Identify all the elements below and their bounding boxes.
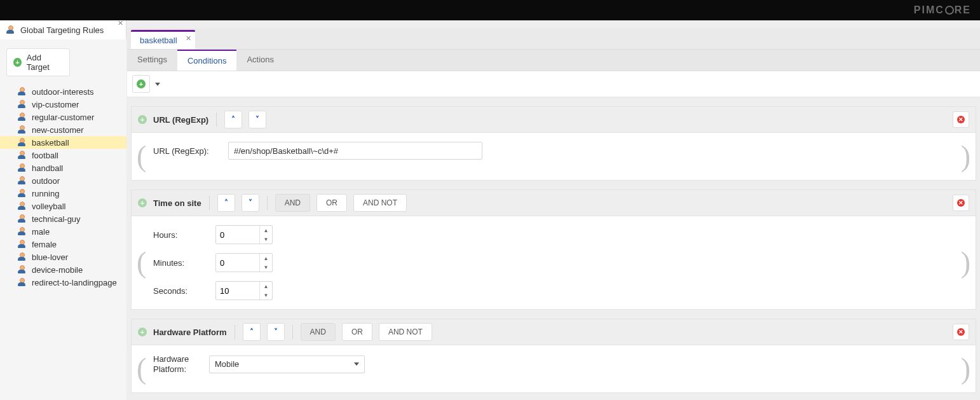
operator-or[interactable]: OR (342, 323, 372, 341)
chevron-up-icon: ˄ (250, 328, 254, 336)
sidebar: Global Targeting Rules ✕ + Add Target ou… (0, 20, 127, 400)
sidebar-item[interactable]: new-customer (0, 123, 126, 136)
move-up-button[interactable]: ˄ (217, 194, 235, 212)
sidebar-item[interactable]: outdoor-interests (0, 85, 126, 98)
operator-and-not[interactable]: AND NOT (379, 323, 432, 341)
editor-tab[interactable]: basketball ✕ (131, 30, 195, 49)
close-icon: ✕ (957, 199, 965, 207)
open-paren: ( (137, 354, 148, 383)
sidebar-tab[interactable]: Global Targeting Rules ✕ (0, 20, 126, 39)
sidebar-item[interactable]: regular-customer (0, 111, 126, 123)
sidebar-item[interactable]: redirect-to-landingpage (0, 276, 126, 289)
sidebar-item-label: redirect-to-landingpage (32, 278, 117, 287)
move-up-button[interactable]: ˄ (224, 111, 242, 128)
delete-condition-button[interactable]: ✕ (953, 111, 969, 128)
step-up[interactable]: ▲ (260, 254, 272, 263)
sidebar-item-label: outdoor (32, 176, 60, 186)
sidebar-item[interactable]: female (0, 238, 126, 251)
step-down[interactable]: ▼ (260, 235, 272, 244)
user-icon (18, 240, 27, 249)
sidebar-item[interactable]: football (0, 149, 126, 162)
operator-and[interactable]: AND (275, 194, 310, 212)
move-down-button[interactable]: ˅ (267, 323, 285, 341)
sidebar-item[interactable]: blue-lover (0, 251, 126, 263)
hardware-platform-select[interactable]: Mobile (209, 355, 365, 373)
field-label: Minutes: (153, 258, 204, 268)
delete-condition-button[interactable]: ✕ (953, 324, 969, 340)
sidebar-item[interactable]: handball (0, 162, 126, 174)
operator-and-not[interactable]: AND NOT (353, 194, 407, 212)
user-icon (18, 87, 27, 96)
editor-tab-label: basketball (140, 36, 177, 45)
sidebar-item-label: blue-lover (32, 252, 68, 262)
condition-header: +Time on site˄˅ANDORAND NOT✕ (131, 190, 976, 216)
add-condition-menu[interactable] (153, 75, 163, 93)
field-label: Seconds: (153, 286, 204, 296)
rule-list: outdoor-interestsvip-customerregular-cus… (0, 85, 126, 289)
conditions-toolbar: + (127, 71, 980, 97)
url-regexp-input[interactable] (228, 142, 482, 160)
plus-icon[interactable]: + (138, 198, 147, 207)
operator-or[interactable]: OR (316, 194, 347, 212)
step-down[interactable]: ▼ (260, 263, 272, 272)
chevron-down-icon: ˅ (248, 198, 252, 207)
sidebar-item[interactable]: basketball (0, 136, 126, 149)
condition-hardware_platform: +Hardware Platform˄˅ANDORAND NOT✕(Hardwa… (131, 319, 976, 393)
sidebar-item[interactable]: male (0, 225, 126, 238)
operator-and[interactable]: AND (301, 323, 336, 341)
user-icon (18, 151, 27, 160)
condition-title: URL (RegExp) (153, 115, 208, 125)
close-icon[interactable]: ✕ (118, 19, 123, 27)
number-input[interactable] (216, 282, 259, 300)
sidebar-title: Global Targeting Rules (20, 25, 104, 35)
tab-conditions[interactable]: Conditions (177, 50, 236, 71)
step-up[interactable]: ▲ (260, 226, 272, 235)
number-input[interactable] (216, 254, 259, 272)
tab-settings[interactable]: Settings (127, 50, 177, 71)
sidebar-item[interactable]: running (0, 187, 126, 200)
sidebar-item[interactable]: vip-customer (0, 98, 126, 111)
move-up-button[interactable]: ˄ (243, 323, 261, 341)
move-down-button[interactable]: ˅ (242, 194, 259, 212)
user-icon (18, 100, 27, 109)
close-icon: ✕ (957, 328, 965, 336)
condition-header: +Hardware Platform˄˅ANDORAND NOT✕ (131, 319, 976, 345)
number-spinner[interactable]: ▲▼ (215, 225, 273, 244)
step-down[interactable]: ▼ (260, 291, 272, 300)
plus-icon[interactable]: + (138, 115, 147, 124)
move-down-button[interactable]: ˅ (248, 111, 266, 128)
close-paren: ) (959, 354, 970, 383)
sidebar-item-label: regular-customer (32, 113, 94, 122)
sidebar-item[interactable]: technical-guy (0, 212, 126, 225)
user-icon (18, 252, 27, 261)
add-condition-button[interactable]: + (132, 75, 150, 93)
sidebar-item-label: football (32, 151, 58, 160)
sidebar-item-label: device-mobile (32, 265, 83, 275)
step-up[interactable]: ▲ (260, 282, 272, 291)
add-target-label: Add Target (27, 53, 63, 72)
number-spinner[interactable]: ▲▼ (215, 253, 273, 272)
open-paren: ( (137, 225, 148, 300)
plus-icon: + (137, 79, 146, 88)
number-input[interactable] (216, 226, 259, 244)
user-icon (18, 138, 27, 147)
sidebar-item-label: handball (32, 163, 63, 173)
user-icon (18, 278, 27, 287)
condition-header: +URL (RegExp)˄˅✕ (131, 106, 976, 133)
tab-actions[interactable]: Actions (236, 50, 284, 71)
sidebar-item-label: running (32, 189, 59, 198)
sidebar-item-label: technical-guy (32, 214, 81, 224)
user-icon (6, 25, 15, 34)
sidebar-item[interactable]: volleyball (0, 200, 126, 212)
sidebar-item[interactable]: device-mobile (0, 263, 126, 276)
user-icon (18, 163, 27, 172)
condition-url_regexp: +URL (RegExp)˄˅✕(URL (RegExp):) (131, 106, 976, 181)
number-spinner[interactable]: ▲▼ (215, 281, 273, 300)
add-target-button[interactable]: + Add Target (6, 48, 70, 76)
close-icon[interactable]: ✕ (186, 34, 191, 43)
sidebar-item[interactable]: outdoor (0, 174, 126, 187)
plus-icon[interactable]: + (138, 328, 147, 336)
user-icon (18, 189, 27, 198)
delete-condition-button[interactable]: ✕ (953, 195, 969, 211)
field-label: HardwarePlatform: (153, 354, 198, 374)
